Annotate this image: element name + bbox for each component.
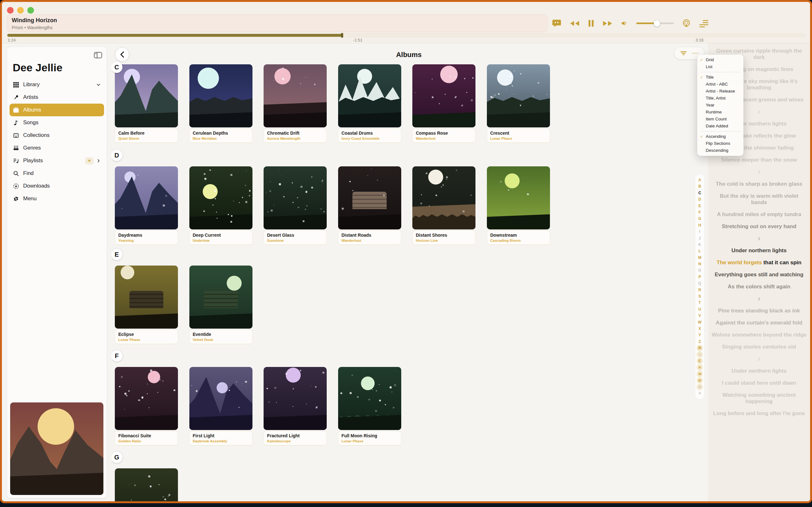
- rail-letter-X[interactable]: X: [697, 326, 703, 332]
- lyric-line[interactable]: ♪: [711, 169, 807, 175]
- playback-progress-bar[interactable]: [7, 34, 805, 37]
- lyric-line[interactable]: Watching something ancient happening: [711, 392, 807, 405]
- lyric-line[interactable]: Long before and long after I'm gone: [711, 410, 807, 417]
- album-artwork[interactable]: [115, 64, 178, 127]
- sidebar-item-menu[interactable]: Menu: [9, 192, 104, 205]
- album-tile[interactable]: [115, 468, 178, 501]
- rail-letter-F[interactable]: F: [697, 209, 703, 216]
- sidebar-item-artists[interactable]: Artists: [9, 91, 104, 104]
- rail-letter-K[interactable]: K: [697, 241, 703, 248]
- rail-letter-E[interactable]: E: [697, 203, 703, 209]
- album-artist[interactable]: Cascading Rivers: [490, 239, 547, 242]
- album-artist[interactable]: Lunar Phase: [490, 136, 547, 140]
- sidebar-item-find[interactable]: Find: [9, 167, 104, 180]
- volume-slider[interactable]: [636, 22, 674, 24]
- album-artist[interactable]: Kaleidoscope: [267, 439, 323, 443]
- sidebar-item-songs[interactable]: Songs: [9, 116, 104, 129]
- playback-progress-thumb[interactable]: [341, 33, 343, 38]
- chevron-down-icon[interactable]: [96, 82, 101, 87]
- menu-item-date-added[interactable]: Date Added: [697, 123, 744, 130]
- chevron-right-icon[interactable]: [96, 158, 101, 163]
- rail-letter-W[interactable]: W: [697, 319, 703, 326]
- zoom-window-button[interactable]: [27, 7, 34, 14]
- album-tile[interactable]: EventideVelvet Dusk: [189, 266, 252, 344]
- sidebar-item-playlists[interactable]: Playlists+: [9, 154, 104, 167]
- album-tile[interactable]: Chromatic DriftAurora Wavelength: [264, 64, 327, 143]
- menu-item-list[interactable]: List: [697, 63, 744, 70]
- lyric-line[interactable]: The world forgets that it can spin: [711, 260, 807, 266]
- album-artist[interactable]: Undertow: [193, 239, 249, 242]
- menu-item-year[interactable]: Year: [697, 102, 744, 109]
- album-tile[interactable]: First LightDaybreak Assembly: [189, 367, 252, 446]
- album-artist[interactable]: Golden Ratio: [118, 439, 174, 443]
- rail-letter-I[interactable]: I: [697, 228, 703, 235]
- lyric-line[interactable]: Wolves somewhere beyond the ridge: [711, 332, 807, 338]
- album-tile[interactable]: DaydreamsYearning: [115, 166, 178, 245]
- album-tile[interactable]: Desert GlassSunstone: [264, 166, 327, 245]
- album-artwork[interactable]: [115, 367, 178, 430]
- rewind-button[interactable]: [569, 20, 580, 27]
- sidebar-item-albums[interactable]: Albums: [9, 104, 104, 116]
- rail-letter-U[interactable]: U: [697, 306, 703, 313]
- album-artwork[interactable]: [115, 266, 178, 329]
- rail-letter-A[interactable]: A: [697, 177, 703, 183]
- menu-item-item-count[interactable]: Item Count: [697, 116, 744, 123]
- album-artist[interactable]: Wanderlust: [416, 136, 472, 140]
- pause-button[interactable]: [588, 19, 595, 27]
- sidebar-item-collections[interactable]: Collections: [9, 129, 104, 142]
- lyric-line[interactable]: ♪: [711, 296, 807, 302]
- sidebar-item-library[interactable]: Library: [9, 78, 104, 91]
- rail-letter-S[interactable]: S: [697, 293, 703, 299]
- rail-letter-ר[interactable]: ר: [697, 351, 703, 358]
- rail-letter-O[interactable]: O: [697, 267, 703, 274]
- album-artist[interactable]: Ivory Coast Ensemble: [342, 136, 398, 140]
- lyric-line[interactable]: Stretching out on every hand: [711, 223, 807, 230]
- album-artwork[interactable]: [115, 468, 178, 501]
- rail-letter-P[interactable]: P: [697, 274, 703, 280]
- album-artist[interactable]: Wanderlust: [342, 239, 398, 242]
- rail-letter-D[interactable]: D: [697, 196, 703, 203]
- rail-letter-Q[interactable]: Q: [697, 280, 703, 286]
- album-artwork[interactable]: [412, 64, 475, 127]
- album-artwork[interactable]: [487, 64, 550, 127]
- rail-letter-R[interactable]: R: [697, 287, 703, 293]
- album-artwork[interactable]: [264, 367, 327, 430]
- rail-letter-B[interactable]: B: [697, 183, 703, 189]
- album-artist[interactable]: Daybreak Assembly: [193, 439, 249, 443]
- volume-icon[interactable]: [621, 20, 628, 26]
- menu-item-grid[interactable]: ✓Grid: [697, 56, 744, 63]
- album-tile[interactable]: Calm BeforeQuiet Storm: [115, 64, 178, 143]
- album-artwork[interactable]: [487, 166, 550, 229]
- album-artist[interactable]: Sunstone: [267, 239, 323, 242]
- album-artwork[interactable]: [189, 266, 252, 329]
- album-tile[interactable]: Deep CurrentUndertow: [189, 166, 252, 245]
- album-artist[interactable]: Aurora Wavelength: [267, 136, 323, 140]
- menu-item-title-artist[interactable]: Title, Artist: [697, 95, 744, 102]
- lyric-line[interactable]: Under northern lights: [711, 368, 807, 374]
- menu-item-artist-abc[interactable]: Artist - ABC: [697, 81, 744, 88]
- menu-item-descending[interactable]: Descending: [697, 147, 744, 154]
- lyric-line[interactable]: Silence deeper than the snow: [711, 157, 807, 163]
- airplay-button[interactable]: [681, 19, 691, 28]
- rail-letter-ש[interactable]: ש: [697, 377, 703, 383]
- rail-letter-T[interactable]: T: [697, 299, 703, 306]
- album-tile[interactable]: Fibonacci SuiteGolden Ratio: [115, 367, 178, 446]
- rail-letter-N[interactable]: N: [697, 261, 703, 267]
- album-tile[interactable]: Distant RoadsWanderlust: [338, 166, 401, 245]
- menu-item-title[interactable]: ✓Title: [697, 74, 744, 81]
- rail-letter-п[interactable]: п: [697, 384, 703, 390]
- album-artwork[interactable]: [412, 166, 475, 229]
- rail-letter-Y[interactable]: Y: [697, 332, 703, 338]
- lyric-line[interactable]: Singing stories centuries old: [711, 344, 807, 350]
- add-playlist-button[interactable]: +: [85, 157, 94, 164]
- queue-button[interactable]: [699, 19, 709, 27]
- close-window-button[interactable]: [7, 7, 14, 14]
- album-artwork[interactable]: [338, 367, 401, 430]
- album-artist[interactable]: Yearning: [118, 239, 174, 242]
- rail-letter-Z[interactable]: Z: [697, 338, 703, 345]
- rail-letter-अ[interactable]: अ: [697, 371, 703, 377]
- album-artist[interactable]: Lunar Phase: [118, 338, 174, 342]
- lyric-line[interactable]: I could stand here until dawn: [711, 380, 807, 386]
- rail-letter-#[interactable]: #: [697, 390, 703, 396]
- rail-letter-G[interactable]: G: [697, 216, 703, 222]
